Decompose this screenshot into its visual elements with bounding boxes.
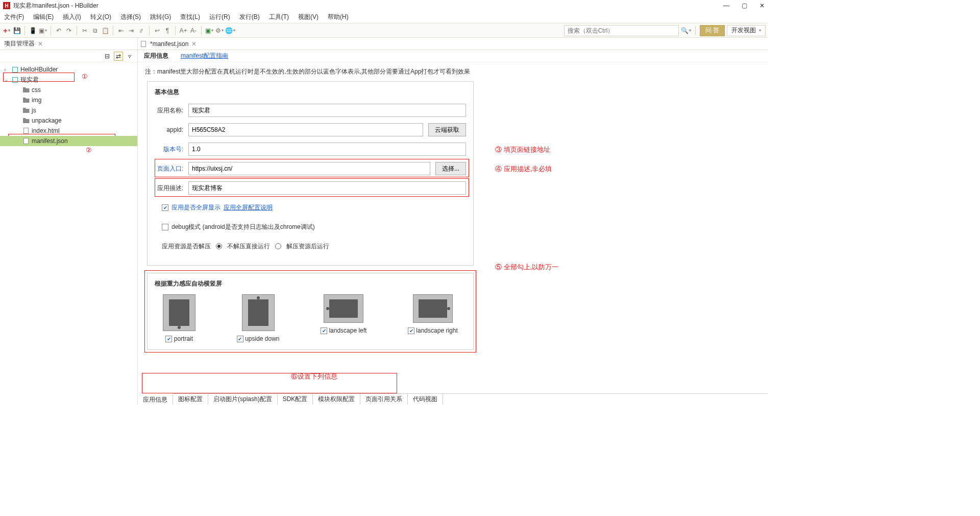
manifest-tab[interactable]: 模块权限配置 [313, 394, 360, 405]
upside-checkbox[interactable] [237, 336, 243, 342]
upside-down-icon [242, 294, 275, 331]
indent-button[interactable]: ⇥ [127, 26, 136, 36]
close-button[interactable]: ✕ [760, 2, 765, 9]
sidebar-tab-label: 项目管理器 [4, 39, 35, 48]
search-go-button[interactable]: 🔍▾ [681, 26, 691, 36]
annotation-4: ④ 应用描述,非必填 [495, 165, 552, 174]
panel-legend: 根据重力感应自动横竖屏 [155, 279, 466, 288]
tree-item[interactable]: ›HelloHBuilder [0, 64, 137, 75]
tree-item[interactable]: index.html [0, 126, 137, 136]
debug-label: debug模式 (android是否支持日志输出及chrome调试) [172, 223, 315, 231]
browser-button[interactable]: 🌐▾ [225, 26, 235, 36]
font-inc-button[interactable]: A+ [179, 26, 188, 36]
menu-item[interactable]: 发行(B) [239, 13, 260, 21]
menu-item[interactable]: 运行(R) [209, 13, 230, 21]
landscape-right-icon [413, 294, 453, 323]
app-name-label: 应用名称: [155, 106, 183, 115]
manifest-tab[interactable]: 应用信息 [138, 393, 173, 405]
undo-button[interactable]: ↶ [54, 26, 63, 36]
unpack-yes-radio[interactable] [275, 243, 281, 249]
wrap-button[interactable]: ↩ [153, 26, 162, 36]
annotation-6: ⑥设置下列信息 [291, 372, 337, 381]
cut-button[interactable]: ✂ [80, 26, 89, 36]
search-input[interactable] [564, 25, 679, 36]
close-icon[interactable]: ✕ [191, 40, 197, 48]
tree-item[interactable]: img [0, 95, 137, 105]
unpack-no-radio[interactable] [216, 243, 222, 249]
basic-info-panel: 基本信息 应用名称: appid: 云端获取 版本号: 页面入口: 选择... [147, 81, 474, 266]
menu-item[interactable]: 编辑(E) [33, 13, 54, 21]
appid-input[interactable] [188, 123, 423, 136]
manifest-tab[interactable]: 代码视图 [408, 394, 443, 405]
manifest-tab[interactable]: 启动图片(splash)配置 [208, 394, 278, 405]
menu-item[interactable]: 工具(T) [269, 13, 289, 21]
menu-item[interactable]: 文件(F) [4, 13, 24, 21]
desc-input[interactable] [188, 181, 466, 195]
menu-item[interactable]: 转义(O) [90, 13, 111, 21]
minimize-button[interactable]: — [723, 2, 729, 9]
show-chars-button[interactable]: ¶ [163, 26, 172, 36]
editor-tab-label: *manifest.json [150, 40, 188, 48]
annotation-5: ⑤ 全部勾上,以防万一 [495, 263, 558, 272]
qa-button[interactable]: 问 答 [700, 25, 725, 36]
panel-legend: 基本信息 [155, 88, 466, 97]
landscape-left-icon [324, 294, 363, 323]
config-button[interactable]: ⚙▾ [215, 26, 224, 36]
editor-tab[interactable]: *manifest.json ✕ [138, 38, 768, 50]
menu-item[interactable]: 选择(S) [120, 13, 141, 21]
editor-subheader: 应用信息 manifest配置指南 [138, 50, 768, 62]
entry-input[interactable] [188, 162, 430, 175]
maximize-button[interactable]: ▢ [742, 2, 747, 9]
sidebar-tab[interactable]: 项目管理器 ✕ [0, 38, 137, 50]
tree-item[interactable]: css [0, 85, 137, 95]
manifest-guide-link[interactable]: manifest配置指南 [181, 52, 228, 60]
menu-item[interactable]: 跳转(G) [150, 13, 171, 21]
new-button[interactable]: +▾ [2, 26, 11, 36]
manifest-tab[interactable]: 图标配置 [173, 394, 208, 405]
validate-button[interactable]: ▣▾ [205, 26, 214, 36]
unpack-no-label: 不解压直接运行 [227, 242, 270, 251]
portrait-checkbox[interactable] [165, 336, 172, 342]
app-name-input[interactable] [188, 104, 466, 117]
fullscreen-checkbox[interactable] [162, 204, 168, 211]
annotation-2: ② [86, 146, 92, 154]
manifest-tab[interactable]: 页面引用关系 [360, 394, 408, 405]
menu-item[interactable]: 视图(V) [298, 13, 318, 21]
redo-button[interactable]: ↷ [64, 26, 74, 36]
font-dec-button[interactable]: A- [189, 26, 198, 36]
cloud-fetch-button[interactable]: 云端获取 [428, 123, 466, 136]
file-icon [141, 41, 146, 47]
menu-item[interactable]: 插入(I) [63, 13, 81, 21]
outdent-button[interactable]: ⇤ [116, 26, 126, 36]
comment-button[interactable]: ⫽ [137, 26, 146, 36]
entry-label: 页面入口: [155, 165, 183, 173]
close-icon[interactable]: ✕ [38, 40, 43, 48]
debug-checkbox[interactable] [162, 224, 168, 230]
paste-button[interactable]: 📋 [101, 26, 110, 36]
tree-item[interactable]: js [0, 105, 137, 115]
title-bar: H 现实君/manifest.json - HBuilder — ▢ ✕ [0, 0, 768, 11]
run-browser-button[interactable]: ▣▾ [38, 26, 47, 36]
project-tree[interactable]: ① ② ›HelloHBuilder⌄现实君cssimgjsunpackagei… [0, 62, 137, 148]
note-text: 注：manifest里大部分配置在真机运行时是不生效的,生效的部分以蓝色字体表示… [138, 62, 768, 79]
save-button[interactable]: 💾 [12, 26, 21, 36]
landscape-right-checkbox[interactable] [408, 327, 414, 334]
tree-item[interactable]: manifest.json [0, 136, 137, 146]
landscape-left-checkbox[interactable] [321, 327, 327, 334]
link-editor-icon[interactable]: ⇄ [114, 52, 123, 61]
menu-item[interactable]: 查找(L) [180, 13, 200, 21]
choose-entry-button[interactable]: 选择... [435, 162, 466, 175]
tree-item[interactable]: ⌄现实君 [0, 75, 137, 85]
fullscreen-label: 应用是否全屏显示 [172, 203, 220, 212]
version-label: 版本号: [155, 145, 183, 154]
collapse-all-icon[interactable]: ⊟ [103, 52, 112, 61]
perspective-button[interactable]: 开发视图▾ [727, 25, 766, 36]
version-input[interactable] [188, 143, 466, 156]
manifest-tab[interactable]: SDK配置 [278, 394, 313, 405]
menu-item[interactable]: 帮助(H) [328, 13, 349, 21]
fullscreen-help-link[interactable]: 应用全屏配置说明 [224, 203, 273, 212]
tree-item[interactable]: unpackage [0, 115, 137, 126]
view-menu-icon[interactable]: ▿ [125, 52, 134, 61]
run-device-button[interactable]: 📱 [28, 26, 37, 36]
copy-button[interactable]: ⧉ [90, 26, 100, 36]
